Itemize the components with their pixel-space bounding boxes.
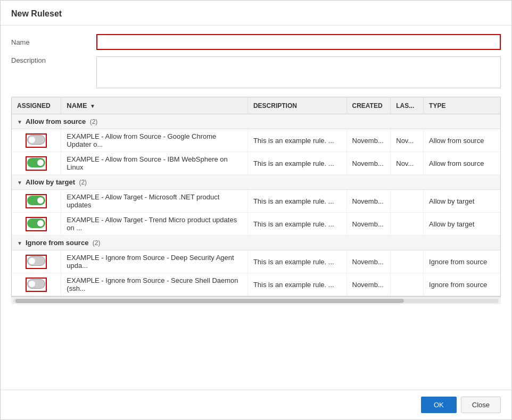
new-ruleset-dialog: New Ruleset Name Description ASSIGNED NA… xyxy=(0,0,512,420)
chevron-icon: ▼ xyxy=(17,180,22,186)
table-row: EXAMPLE - Ignore from Source - Secure Sh… xyxy=(12,273,500,296)
toggle-wrapper xyxy=(26,194,47,208)
col-header-name[interactable]: NAME ▼ xyxy=(61,97,248,114)
toggle-switch[interactable] xyxy=(27,256,45,266)
table-row: EXAMPLE - Allow Target - Microsoft .NET … xyxy=(12,190,500,213)
col-header-description: DESCRIPTION xyxy=(247,97,346,114)
toggle-wrapper xyxy=(26,217,47,231)
last-cell xyxy=(391,213,424,236)
description-cell: This is an example rule. ... xyxy=(247,129,346,152)
type-cell: Allow by target xyxy=(424,213,500,236)
description-label: Description xyxy=(11,56,96,64)
name-cell: EXAMPLE - Allow Target - Microsoft .NET … xyxy=(61,190,248,213)
table-row: EXAMPLE - Allow from Source - IBM WebSph… xyxy=(12,152,500,175)
type-cell: Ignore from source xyxy=(424,250,500,273)
description-cell: This is an example rule. ... xyxy=(247,250,346,273)
name-cell: EXAMPLE - Allow from Source - IBM WebSph… xyxy=(61,152,248,175)
toggle-switch[interactable] xyxy=(27,219,45,228)
assigned-cell xyxy=(12,190,61,213)
description-cell: This is an example rule. ... xyxy=(247,152,346,175)
last-cell xyxy=(391,250,424,273)
toggle-switch[interactable] xyxy=(27,158,45,167)
horizontal-scrollbar[interactable] xyxy=(11,297,501,304)
name-cell: EXAMPLE - Ignore from Source - Deep Secu… xyxy=(61,250,248,273)
scrollbar-track xyxy=(13,299,499,303)
created-cell: Novemb... xyxy=(346,152,391,175)
table-row: EXAMPLE - Allow Target - Trend Micro pro… xyxy=(12,213,500,236)
toggle-wrapper xyxy=(26,255,47,269)
name-input[interactable] xyxy=(96,34,501,50)
created-cell: Novemb... xyxy=(346,129,391,152)
toggle-wrapper xyxy=(26,133,47,148)
toggle-switch[interactable] xyxy=(27,135,45,145)
name-cell: EXAMPLE - Allow Target - Trend Micro pro… xyxy=(61,213,248,236)
type-cell: Allow from source xyxy=(424,152,500,175)
name-label: Name xyxy=(11,38,96,46)
name-cell: EXAMPLE - Ignore from Source - Secure Sh… xyxy=(61,273,248,296)
dialog-footer: OK Close xyxy=(1,390,511,419)
rules-table-container: ASSIGNED NAME ▼ DESCRIPTION CREATED LAS.… xyxy=(11,97,501,297)
chevron-icon: ▼ xyxy=(17,240,22,246)
assigned-cell xyxy=(12,152,61,175)
group-label-allow-from-source: ▼Allow from source (2) xyxy=(12,114,500,129)
last-cell: Nov... xyxy=(391,152,424,175)
assigned-cell xyxy=(12,273,61,296)
last-cell xyxy=(391,190,424,213)
dialog-body: Name Description ASSIGNED NAME ▼ DESCRIP… xyxy=(1,26,511,390)
table-body: ▼Allow from source (2)EXAMPLE - Allow fr… xyxy=(12,114,500,296)
ok-button[interactable]: OK xyxy=(421,397,457,413)
description-cell: This is an example rule. ... xyxy=(247,273,346,296)
created-cell: Novemb... xyxy=(346,213,391,236)
group-row-allow-from-source[interactable]: ▼Allow from source (2) xyxy=(12,114,500,129)
sort-arrow-icon: ▼ xyxy=(90,103,95,109)
assigned-cell xyxy=(12,213,61,236)
type-cell: Allow by target xyxy=(424,190,500,213)
col-header-type: TYPE xyxy=(424,97,500,114)
description-cell: This is an example rule. ... xyxy=(247,213,346,236)
description-cell: This is an example rule. ... xyxy=(247,190,346,213)
table-row: EXAMPLE - Allow from Source - Google Chr… xyxy=(12,129,500,152)
table-header-row: ASSIGNED NAME ▼ DESCRIPTION CREATED LAS.… xyxy=(12,97,500,114)
toggle-wrapper xyxy=(26,156,47,171)
col-header-created: CREATED xyxy=(346,97,391,114)
type-cell: Allow from source xyxy=(424,129,500,152)
description-field-row: Description xyxy=(11,56,501,88)
description-input[interactable] xyxy=(96,56,501,88)
scrollbar-thumb xyxy=(15,299,404,303)
dialog-title: New Ruleset xyxy=(1,1,511,26)
rules-table: ASSIGNED NAME ▼ DESCRIPTION CREATED LAS.… xyxy=(12,97,500,296)
type-cell: Ignore from source xyxy=(424,273,500,296)
toggle-wrapper xyxy=(26,278,47,292)
assigned-cell xyxy=(12,250,61,273)
created-cell: Novemb... xyxy=(346,250,391,273)
col-header-assigned: ASSIGNED xyxy=(12,97,61,114)
group-label-allow-by-target: ▼Allow by target (2) xyxy=(12,175,500,190)
last-cell: Nov... xyxy=(391,129,424,152)
group-row-ignore-from-source[interactable]: ▼Ignore from source (2) xyxy=(12,236,500,250)
col-header-last: LAS... xyxy=(391,97,424,114)
created-cell: Novemb... xyxy=(346,273,391,296)
table-row: EXAMPLE - Ignore from Source - Deep Secu… xyxy=(12,250,500,273)
toggle-switch[interactable] xyxy=(27,196,45,205)
created-cell: Novemb... xyxy=(346,190,391,213)
group-label-ignore-from-source: ▼Ignore from source (2) xyxy=(12,236,500,250)
last-cell xyxy=(391,273,424,296)
toggle-switch[interactable] xyxy=(27,279,45,289)
name-cell: EXAMPLE - Allow from Source - Google Chr… xyxy=(61,129,248,152)
name-field-row: Name xyxy=(11,34,501,50)
chevron-icon: ▼ xyxy=(17,119,22,125)
assigned-cell xyxy=(12,129,61,152)
group-row-allow-by-target[interactable]: ▼Allow by target (2) xyxy=(12,175,500,190)
close-button[interactable]: Close xyxy=(461,397,501,413)
